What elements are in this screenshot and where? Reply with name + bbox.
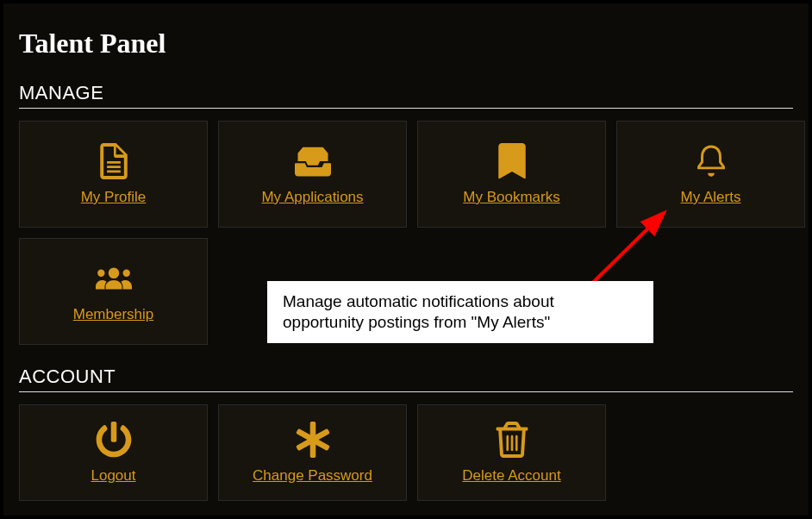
tile-my-alerts[interactable]: My Alerts — [616, 121, 805, 228]
tile-my-profile[interactable]: My Profile — [19, 121, 208, 228]
tile-label: Change Password — [253, 467, 372, 485]
tile-label: My Applications — [261, 189, 363, 206]
divider — [19, 108, 793, 109]
annotation-text: Manage automatic notifications about opp… — [283, 292, 554, 331]
tile-label: Logout — [91, 467, 136, 485]
inbox-icon — [294, 142, 332, 180]
tile-membership[interactable]: Membership — [19, 238, 208, 345]
tile-delete-account[interactable]: Delete Account — [417, 404, 606, 501]
tile-label: My Bookmarks — [463, 189, 559, 206]
users-icon — [95, 260, 133, 297]
tile-my-bookmarks[interactable]: My Bookmarks — [417, 121, 606, 228]
bookmark-icon — [493, 142, 531, 180]
trash-icon — [493, 421, 531, 459]
tile-label: Membership — [73, 306, 154, 323]
tile-change-password[interactable]: Change Password — [218, 404, 407, 501]
tile-label: My Profile — [81, 189, 147, 206]
power-icon — [95, 421, 133, 459]
asterisk-icon — [294, 421, 332, 459]
account-grid: Logout Change Password Delete Account — [19, 404, 793, 501]
section-heading-account: ACCOUNT — [19, 366, 793, 388]
page-title: Talent Panel — [19, 28, 793, 59]
annotation-callout: Manage automatic notifications about opp… — [267, 281, 653, 343]
file-icon — [95, 142, 133, 180]
tile-label: My Alerts — [681, 189, 741, 206]
tile-label: Delete Account — [462, 467, 560, 485]
tile-logout[interactable]: Logout — [19, 404, 208, 501]
section-heading-manage: MANAGE — [19, 82, 793, 104]
tile-my-applications[interactable]: My Applications — [218, 121, 407, 228]
bell-icon — [692, 142, 730, 180]
divider — [19, 391, 793, 392]
